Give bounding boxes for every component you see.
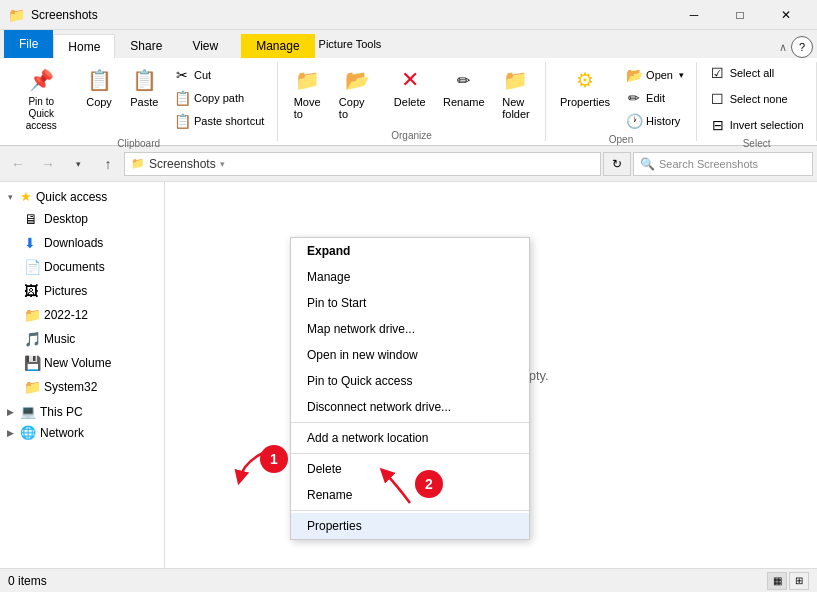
title-bar-icon: 📁 xyxy=(8,7,25,23)
context-menu-separator-1 xyxy=(291,422,529,423)
rename-button[interactable]: ✏ Rename xyxy=(436,62,491,112)
open-icon: 📂 xyxy=(626,67,642,83)
music-icon: 🎵 xyxy=(24,331,40,347)
help-button[interactable]: ? xyxy=(791,36,813,58)
ribbon-collapse-btn[interactable]: ∧ xyxy=(779,41,787,54)
details-view-button[interactable]: ▦ xyxy=(767,572,787,590)
context-menu-pin-to-start[interactable]: Pin to Start xyxy=(291,290,529,316)
sidebar-item-2022-12[interactable]: 📁 2022-12 xyxy=(0,303,164,327)
search-bar[interactable]: 🔍 Search Screenshots xyxy=(633,152,813,176)
rename-icon: ✏ xyxy=(450,66,478,94)
select-none-button[interactable]: ☐ Select none xyxy=(705,88,793,110)
address-bar[interactable]: 📁 Screenshots ▾ xyxy=(124,152,601,176)
move-to-icon: 📁 xyxy=(293,66,321,94)
expand-icon: ▾ xyxy=(4,191,16,203)
desktop-icon: 🖥 xyxy=(24,211,40,227)
status-bar: 0 items ▦ ⊞ xyxy=(0,568,817,592)
history-icon: 🕐 xyxy=(626,113,642,129)
context-menu-separator-2 xyxy=(291,453,529,454)
copy-icon: 📋 xyxy=(85,66,113,94)
edit-button[interactable]: ✏ Edit xyxy=(621,87,689,109)
copy-to-button[interactable]: 📂 Copy to xyxy=(332,62,383,124)
select-all-button[interactable]: ☑ Select all xyxy=(705,62,780,84)
sidebar-item-documents[interactable]: 📄 Documents xyxy=(0,255,164,279)
properties-button[interactable]: ⚙ Properties xyxy=(553,62,617,112)
content-area: This folder is empty. Expand Manage Pin … xyxy=(165,182,817,568)
view-toggle-buttons: ▦ ⊞ xyxy=(767,572,809,590)
sidebar-item-desktop[interactable]: 🖥 Desktop xyxy=(0,207,164,231)
ribbon-tabs: File Home Share View Manage Picture Tool… xyxy=(0,30,817,58)
quick-access-header[interactable]: ▾ ★ Quick access xyxy=(0,186,164,207)
copy-path-button[interactable]: 📋 Copy path xyxy=(169,87,269,109)
context-menu-expand[interactable]: Expand xyxy=(291,238,529,264)
delete-button[interactable]: ✕ Delete xyxy=(387,62,432,112)
network-icon: 🌐 xyxy=(20,425,36,440)
back-button[interactable]: ← xyxy=(4,150,32,178)
network-header[interactable]: ▶ 🌐 Network xyxy=(0,422,164,443)
refresh-button[interactable]: ↻ xyxy=(603,152,631,176)
callout-1: 1 xyxy=(260,445,288,473)
invert-selection-button[interactable]: ⊟ Invert selection xyxy=(705,114,809,136)
recent-locations-button[interactable]: ▾ xyxy=(64,150,92,178)
forward-button[interactable]: → xyxy=(34,150,62,178)
context-menu-add-network-location[interactable]: Add a network location xyxy=(291,425,529,451)
sidebar-item-music[interactable]: 🎵 Music xyxy=(0,327,164,351)
move-to-button[interactable]: 📁 Moveto xyxy=(286,62,328,124)
ribbon: 📌 Pin to Quickaccess 📋 Copy 📋 Paste ✂ Cu… xyxy=(0,58,817,146)
pin-to-quick-access-button[interactable]: 📌 Pin to Quickaccess xyxy=(8,62,74,136)
tab-manage[interactable]: Manage xyxy=(241,34,314,58)
sidebar-item-downloads[interactable]: ⬇ Downloads xyxy=(0,231,164,255)
title-bar-title: Screenshots xyxy=(31,8,671,22)
context-menu-open-new-window[interactable]: Open in new window xyxy=(291,342,529,368)
pin-icon: 📌 xyxy=(27,66,55,94)
invert-icon: ⊟ xyxy=(710,117,726,133)
paste-shortcut-button[interactable]: 📋 Paste shortcut xyxy=(169,110,269,132)
large-icons-view-icon: ⊞ xyxy=(795,575,803,586)
copy-path-icon: 📋 xyxy=(174,90,190,106)
picture-tools-label: Picture Tools xyxy=(319,38,382,50)
delete-icon: ✕ xyxy=(396,66,424,94)
tab-file[interactable]: File xyxy=(4,30,53,58)
tab-home[interactable]: Home xyxy=(53,34,115,58)
tab-view[interactable]: View xyxy=(177,34,233,58)
this-pc-expand-icon: ▶ xyxy=(4,406,16,418)
context-menu-manage[interactable]: Manage xyxy=(291,264,529,290)
new-volume-icon: 💾 xyxy=(24,355,40,371)
tab-share[interactable]: Share xyxy=(115,34,177,58)
downloads-icon: ⬇ xyxy=(24,235,40,251)
sidebar-item-system32[interactable]: 📁 System32 xyxy=(0,375,164,399)
status-item-count: 0 items xyxy=(8,574,47,588)
toolbar: ← → ▾ ↑ 📁 Screenshots ▾ ↻ 🔍 Search Scree… xyxy=(0,146,817,182)
history-button[interactable]: 🕐 History xyxy=(621,110,689,132)
documents-icon: 📄 xyxy=(24,259,40,275)
paste-icon: 📋 xyxy=(130,66,158,94)
title-bar: 📁 Screenshots ─ □ ✕ xyxy=(0,0,817,30)
clipboard-group: 📌 Pin to Quickaccess 📋 Copy 📋 Paste ✂ Cu… xyxy=(0,62,278,141)
select-group: ☑ Select all ☐ Select none ⊟ Invert sele… xyxy=(697,62,817,141)
open-button[interactable]: 📂 Open ▾ xyxy=(621,64,689,86)
quick-access-star-icon: ★ xyxy=(20,189,32,204)
up-button[interactable]: ↑ xyxy=(94,150,122,178)
this-pc-header[interactable]: ▶ 💻 This PC xyxy=(0,401,164,422)
select-none-icon: ☐ xyxy=(710,91,726,107)
close-button[interactable]: ✕ xyxy=(763,0,809,30)
new-folder-button[interactable]: 📁 Newfolder xyxy=(495,62,537,124)
network-expand-icon: ▶ xyxy=(4,427,16,439)
minimize-button[interactable]: ─ xyxy=(671,0,717,30)
sidebar-item-new-volume[interactable]: 💾 New Volume xyxy=(0,351,164,375)
folder-2022-12-icon: 📁 xyxy=(24,307,40,323)
paste-button[interactable]: 📋 Paste xyxy=(124,62,165,112)
context-menu-map-network[interactable]: Map network drive... xyxy=(291,316,529,342)
context-menu-properties[interactable]: Properties xyxy=(291,513,529,539)
cut-button[interactable]: ✂ Cut xyxy=(169,64,269,86)
organize-group: 📁 Moveto 📂 Copy to ✕ Delete ✏ Rename 📁 N… xyxy=(278,62,545,141)
pictures-icon: 🖼 xyxy=(24,283,40,299)
paste-shortcut-icon: 📋 xyxy=(174,113,190,129)
large-icons-view-button[interactable]: ⊞ xyxy=(789,572,809,590)
maximize-button[interactable]: □ xyxy=(717,0,763,30)
context-menu-disconnect[interactable]: Disconnect network drive... xyxy=(291,394,529,420)
sidebar-item-pictures[interactable]: 🖼 Pictures xyxy=(0,279,164,303)
open-group: ⚙ Properties 📂 Open ▾ ✏ Edit 🕐 History xyxy=(546,62,698,141)
copy-button[interactable]: 📋 Copy xyxy=(78,62,119,112)
context-menu-pin-quick-access[interactable]: Pin to Quick access xyxy=(291,368,529,394)
